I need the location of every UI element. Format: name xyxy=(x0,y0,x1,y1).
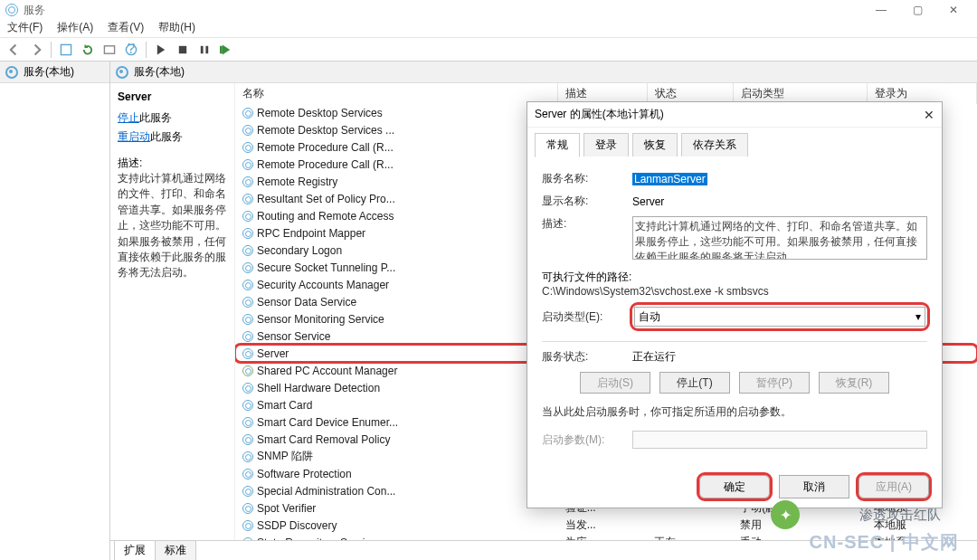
maximize-button[interactable]: ▢ xyxy=(899,0,935,20)
tab-recovery[interactable]: 恢复 xyxy=(632,133,678,157)
pause-icon[interactable] xyxy=(195,41,213,59)
titlebar: 服务 — ▢ ✕ xyxy=(0,0,977,20)
svg-rect-0 xyxy=(61,44,71,54)
service-icon xyxy=(242,297,253,308)
tab-extended[interactable]: 扩展 xyxy=(114,540,156,560)
tab-standard[interactable]: 标准 xyxy=(155,540,196,560)
service-icon xyxy=(242,348,253,359)
toolbar-btn[interactable] xyxy=(57,41,75,59)
restart-link[interactable]: 重启动 xyxy=(118,130,150,143)
service-icon xyxy=(242,503,253,514)
menu-action[interactable]: 操作(A) xyxy=(57,20,93,37)
watermark-small: 渗透攻击红队 xyxy=(859,507,941,524)
service-icon xyxy=(242,537,253,540)
service-icon xyxy=(242,228,253,239)
apply-button[interactable]: 应用(A) xyxy=(858,475,929,498)
minimize-button[interactable]: — xyxy=(863,0,899,20)
startup-label: 启动类型(E): xyxy=(542,309,632,325)
svg-rect-1 xyxy=(104,45,114,52)
start-button: 启动(S) xyxy=(580,372,650,394)
svg-rect-4 xyxy=(179,45,186,52)
export-icon[interactable] xyxy=(100,41,119,59)
stop-icon[interactable] xyxy=(174,41,192,59)
service-icon xyxy=(242,176,253,187)
status-label: 服务状态: xyxy=(542,349,632,365)
close-button[interactable]: ✕ xyxy=(935,0,972,20)
service-icon xyxy=(242,520,253,531)
path-label: 可执行文件的路径: xyxy=(542,270,927,285)
chevron-down-icon: ▾ xyxy=(915,310,921,323)
pause-button: 暂停(P) xyxy=(739,372,810,394)
list-header-label: 服务(本地) xyxy=(134,64,185,80)
detail-pane: Server 停止此服务 重启动此服务 描述: 支持此计算机通过网络的文件、打印… xyxy=(110,83,235,540)
path-value: C:\Windows\System32\svchost.exe -k smbsv… xyxy=(542,285,927,298)
service-icon xyxy=(242,383,253,394)
params-hint: 当从此处启动服务时，你可指定所适用的启动参数。 xyxy=(542,404,927,420)
dlg-desc-text[interactable] xyxy=(632,216,927,260)
resume-button: 恢复(R) xyxy=(819,372,889,394)
window-title: 服务 xyxy=(24,3,45,18)
detail-title: Server xyxy=(118,90,227,103)
menu-file[interactable]: 文件(F) xyxy=(7,20,43,37)
desc-label: 描述: xyxy=(118,156,227,171)
list-header: 服务(本地) xyxy=(110,62,977,83)
service-icon xyxy=(242,245,253,256)
properties-dialog: Server 的属性(本地计算机) ✕ 常规 登录 恢复 依存关系 服务名称: … xyxy=(526,101,943,508)
disp-name-value: Server xyxy=(632,195,927,208)
service-icon xyxy=(242,108,253,119)
gear-icon xyxy=(5,66,18,79)
restart-icon[interactable] xyxy=(217,41,235,59)
service-icon xyxy=(242,211,253,222)
left-panel: 服务(本地) xyxy=(0,62,110,560)
service-icon xyxy=(242,125,253,136)
forward-icon[interactable] xyxy=(27,41,45,59)
dialog-close-icon[interactable]: ✕ xyxy=(924,108,934,122)
svc-name-value: LanmanServer xyxy=(632,173,707,185)
menu-view[interactable]: 查看(V) xyxy=(108,20,144,37)
play-icon[interactable] xyxy=(152,41,170,59)
dlg-desc-label: 描述: xyxy=(542,216,632,232)
desc-text: 支持此计算机通过网络的文件、打印、和命名管道共享。如果服务停止，这些功能不可用。… xyxy=(118,171,227,281)
svc-name-label: 服务名称: xyxy=(542,171,632,186)
refresh-icon[interactable] xyxy=(79,41,97,59)
service-icon xyxy=(242,194,253,204)
menubar: 文件(F) 操作(A) 查看(V) 帮助(H) xyxy=(0,20,977,38)
service-icon xyxy=(242,331,253,342)
column-header[interactable]: 名称 xyxy=(235,83,558,104)
stop-button[interactable]: 停止(T) xyxy=(659,372,730,394)
back-icon[interactable] xyxy=(5,41,24,59)
startup-type-select[interactable]: 自动▾ xyxy=(634,307,925,327)
services-icon xyxy=(5,4,18,16)
service-icon xyxy=(242,469,253,479)
tab-dependencies[interactable]: 依存关系 xyxy=(681,133,748,157)
service-icon xyxy=(242,417,253,428)
service-icon xyxy=(242,262,253,273)
toolbar: ? xyxy=(0,38,977,62)
tab-logon[interactable]: 登录 xyxy=(583,133,629,157)
service-icon xyxy=(242,451,253,462)
menu-help[interactable]: 帮助(H) xyxy=(158,20,195,37)
params-label: 启动参数(M): xyxy=(542,432,632,448)
watermark-big: CN-SEC | 中文网 xyxy=(810,530,959,555)
svg-rect-6 xyxy=(205,45,208,52)
svg-rect-7 xyxy=(220,45,223,52)
tree-root[interactable]: 服务(本地) xyxy=(0,62,109,83)
gear-icon xyxy=(116,66,128,79)
service-icon xyxy=(242,365,253,376)
service-icon xyxy=(242,434,253,445)
service-icon xyxy=(242,400,253,411)
svg-text:?: ? xyxy=(127,43,135,56)
dialog-title: Server 的属性(本地计算机) xyxy=(535,107,664,122)
service-icon xyxy=(242,280,253,290)
help-icon[interactable]: ? xyxy=(122,41,140,59)
tab-general[interactable]: 常规 xyxy=(535,133,580,157)
tree-root-label: 服务(本地) xyxy=(24,64,74,80)
service-icon xyxy=(242,314,253,325)
service-icon xyxy=(242,159,253,170)
disp-name-label: 显示名称: xyxy=(542,194,632,209)
cancel-button[interactable]: 取消 xyxy=(779,475,849,498)
service-icon xyxy=(242,486,253,497)
status-value: 正在运行 xyxy=(632,349,927,365)
ok-button[interactable]: 确定 xyxy=(699,475,770,498)
stop-link[interactable]: 停止 xyxy=(118,111,139,124)
